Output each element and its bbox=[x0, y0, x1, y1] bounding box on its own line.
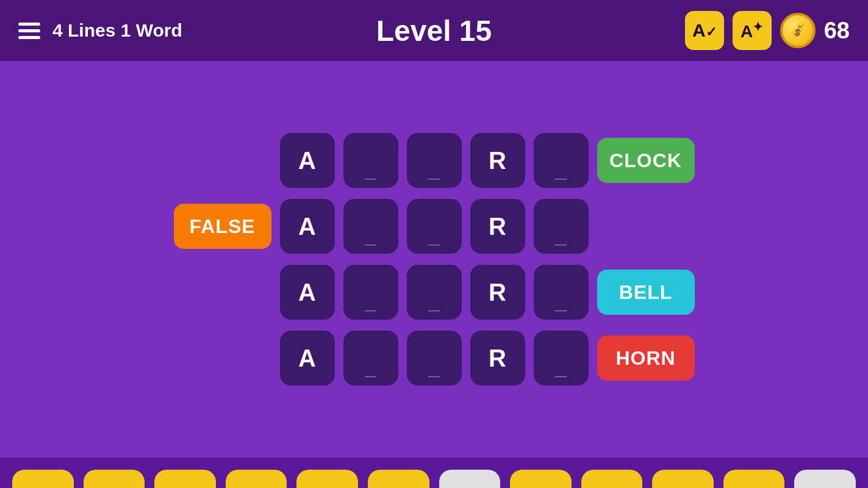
add-letter-button[interactable]: A✦ bbox=[733, 11, 772, 50]
key-o[interactable]: O bbox=[652, 470, 714, 488]
header-left: 4 Lines 1 Word bbox=[18, 20, 182, 41]
menu-icon[interactable] bbox=[18, 23, 40, 39]
key-p[interactable]: P bbox=[296, 470, 358, 488]
game-title: 4 Lines 1 Word bbox=[52, 20, 182, 41]
key-m[interactable]: M bbox=[84, 470, 145, 488]
key-r[interactable]: R bbox=[368, 470, 429, 488]
tile-1-2[interactable] bbox=[343, 133, 398, 188]
tile-1-1[interactable]: A bbox=[280, 133, 335, 188]
coin-icon: 💰 bbox=[780, 13, 816, 48]
tile-2-4[interactable]: R bbox=[470, 199, 525, 254]
tile-3-3[interactable] bbox=[407, 265, 462, 320]
puzzle-row-4: A R HORN bbox=[174, 331, 695, 386]
header: 4 Lines 1 Word Level 15 A✓ A✦ 💰 68 bbox=[0, 0, 868, 61]
main-game-area: A R CLOCK FALSE A R A R BELL bbox=[0, 61, 868, 458]
key-e[interactable]: E bbox=[12, 470, 74, 488]
tile-2-2[interactable] bbox=[343, 199, 398, 254]
tile-3-2[interactable] bbox=[343, 265, 398, 320]
clue-clock: CLOCK bbox=[597, 138, 695, 183]
key-b[interactable]: B bbox=[723, 470, 785, 488]
tile-4-4[interactable]: R bbox=[470, 331, 525, 386]
header-right: A✓ A✦ 💰 68 bbox=[685, 11, 850, 50]
tile-2-5[interactable] bbox=[534, 199, 589, 254]
check-answer-button[interactable]: A✓ bbox=[685, 11, 724, 50]
key-empty-2[interactable] bbox=[794, 470, 856, 488]
clue-false: FALSE bbox=[174, 204, 271, 249]
tile-1-3[interactable] bbox=[407, 133, 462, 188]
puzzle-row-3: A R BELL bbox=[174, 265, 695, 320]
puzzle-row-2: FALSE A R bbox=[174, 199, 695, 254]
tile-2-1[interactable]: A bbox=[280, 199, 335, 254]
letter-bar: E M A W P R N L O B bbox=[0, 458, 868, 488]
tile-1-5[interactable] bbox=[534, 133, 589, 188]
tile-1-4[interactable]: R bbox=[470, 133, 525, 188]
tile-3-1[interactable]: A bbox=[280, 265, 335, 320]
coin-count: 68 bbox=[824, 18, 850, 44]
key-empty-1[interactable] bbox=[439, 470, 501, 488]
puzzle-row-1: A R CLOCK bbox=[174, 133, 695, 188]
level-title: Level 15 bbox=[376, 14, 492, 48]
clue-horn: HORN bbox=[597, 336, 695, 381]
tile-2-3[interactable] bbox=[407, 199, 462, 254]
game-board: A R CLOCK FALSE A R A R BELL bbox=[174, 133, 695, 386]
tile-4-2[interactable] bbox=[343, 331, 398, 386]
clue-bell: BELL bbox=[597, 270, 695, 315]
tile-4-1[interactable]: A bbox=[280, 331, 335, 386]
key-l[interactable]: L bbox=[581, 470, 643, 488]
tile-3-4[interactable]: R bbox=[470, 265, 525, 320]
key-n[interactable]: N bbox=[510, 470, 572, 488]
tile-3-5[interactable] bbox=[534, 265, 589, 320]
key-w[interactable]: W bbox=[226, 470, 287, 488]
tile-4-3[interactable] bbox=[407, 331, 462, 386]
key-a[interactable]: A bbox=[154, 470, 216, 488]
tile-4-5[interactable] bbox=[534, 331, 589, 386]
